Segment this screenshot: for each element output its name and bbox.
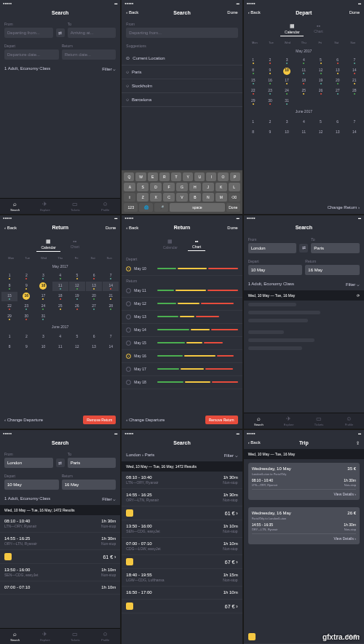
flight-result[interactable]: 07:00 - 07:101h 10m — [0, 581, 120, 595]
return-input[interactable]: Return date... — [62, 49, 116, 60]
calendar-day[interactable]: 13 — [86, 282, 102, 291]
calendar-day[interactable]: 3 — [35, 271, 51, 281]
suggestion-current-location[interactable]: ⊙Current Location — [122, 51, 242, 65]
calendar-day[interactable]: 12 — [69, 282, 85, 291]
depart-input[interactable]: 10 May — [4, 480, 59, 490]
view-details-button[interactable]: View Details › — [252, 533, 356, 541]
key-i[interactable]: I — [206, 172, 216, 181]
numbers-key[interactable]: 123 — [124, 203, 138, 212]
key-t[interactable]: T — [171, 172, 181, 181]
pax-label[interactable]: 1 Adult, Economy Class — [248, 282, 294, 287]
calendar-day[interactable]: 6 — [86, 332, 102, 341]
return-input[interactable]: 16 May — [62, 480, 116, 490]
suggestion-item[interactable]: ○Paris — [122, 65, 242, 79]
calendar-day[interactable]: 13 — [86, 342, 102, 351]
done-button[interactable]: Done — [338, 10, 360, 15]
calendar-day[interactable]: 21 — [103, 292, 119, 301]
key-h[interactable]: H — [189, 183, 201, 191]
back-button[interactable]: ‹ Back — [248, 10, 270, 15]
calendar-day[interactable]: 4 — [296, 56, 312, 65]
to-input[interactable]: Arriving at... — [68, 28, 116, 38]
tab-chart[interactable]: ▪▪Chart — [309, 22, 327, 36]
calendar-day[interactable]: 24 — [279, 87, 295, 96]
shift-key[interactable]: ⇧ — [124, 193, 135, 202]
calendar-day[interactable]: 10 — [279, 127, 295, 136]
change-departure-button[interactable]: ‹ Change Departure — [4, 418, 43, 422]
return-input[interactable]: 16 May — [305, 265, 360, 275]
calendar-day[interactable]: 1 — [1, 332, 17, 341]
calendar-day[interactable]: 8 — [1, 342, 17, 351]
calendar-day[interactable]: 5 — [69, 271, 85, 281]
depart-input[interactable]: 10 May — [248, 265, 303, 275]
calendar-day[interactable]: 1 — [1, 271, 17, 281]
calendar-day[interactable]: 16 — [18, 292, 34, 301]
price-chart-row[interactable]: May 13 — [122, 311, 242, 324]
calendar-day[interactable]: 6 — [86, 271, 102, 281]
calendar-day[interactable]: 17 — [279, 76, 295, 86]
calendar-day[interactable]: 31 — [35, 312, 51, 322]
filter-button[interactable]: Filter ⌵ — [102, 496, 116, 501]
calendar-day[interactable]: 27 — [86, 302, 102, 311]
key-o[interactable]: O — [218, 172, 228, 181]
price-chart-row[interactable]: May 18 — [122, 376, 242, 389]
calendar-day[interactable]: 4 — [296, 116, 312, 126]
tab-search[interactable]: ⌕Search — [244, 413, 274, 429]
flight-result[interactable]: 13:50 - 16:001h 10mSEN—CDG, easyJetNon-s… — [0, 564, 120, 581]
to-input[interactable]: Paris — [68, 458, 116, 468]
key-c[interactable]: C — [163, 193, 175, 202]
calendar-day[interactable]: 3 — [279, 116, 295, 126]
calendar-day[interactable]: 17 — [35, 292, 51, 301]
suggestion-item[interactable]: ○Stockholm — [122, 79, 242, 93]
price-chart-row[interactable]: May 14 — [122, 324, 242, 337]
calendar-day[interactable]: 13 — [330, 66, 346, 76]
calendar-day[interactable]: 5 — [69, 332, 85, 341]
back-button[interactable]: ‹ Back — [126, 10, 148, 15]
tab-profile[interactable]: ☺Profile — [334, 413, 364, 429]
calendar-day[interactable]: 2 — [18, 332, 34, 341]
pax-label[interactable]: 1 Adult, Economy Class — [4, 496, 50, 501]
backspace-key[interactable]: ⌫ — [229, 193, 240, 202]
calendar-day[interactable]: 11 — [52, 342, 68, 351]
depart-input[interactable]: Departure date... — [4, 49, 59, 60]
done-button[interactable]: Done — [216, 226, 238, 230]
calendar-day[interactable]: 11 — [296, 66, 312, 76]
key-w[interactable]: W — [135, 172, 146, 181]
flight-result[interactable]: 16:50 - 17:001h 10m — [122, 587, 242, 600]
calendar-day[interactable]: 9 — [18, 282, 34, 291]
calendar-day[interactable]: 3 — [35, 332, 51, 341]
calendar-day[interactable]: 30 — [262, 97, 278, 106]
calendar-day[interactable]: 14 — [103, 282, 119, 291]
calendar-day[interactable]: 30 — [18, 312, 34, 322]
key-k[interactable]: K — [215, 183, 227, 191]
calendar-day[interactable]: 22 — [1, 302, 17, 311]
done-button[interactable]: Done — [216, 10, 238, 15]
tab-search[interactable]: ⌕Search — [0, 199, 30, 214]
calendar-day[interactable]: 2 — [262, 116, 278, 126]
calendar-day[interactable]: 7 — [103, 271, 119, 281]
key-q[interactable]: Q — [124, 172, 134, 181]
price-chart-row[interactable]: May 16 — [122, 350, 242, 363]
calendar-day[interactable]: 13 — [330, 127, 346, 136]
key-r[interactable]: R — [159, 172, 170, 181]
back-button[interactable]: ‹ Back — [126, 226, 148, 230]
tab-chart[interactable]: ▪▪Chart — [66, 237, 84, 252]
key-v[interactable]: V — [176, 193, 188, 202]
key-a[interactable]: A — [124, 183, 135, 191]
calendar-day[interactable]: 19 — [69, 292, 85, 301]
mic-key[interactable]: 🎤 — [154, 203, 168, 212]
calendar-day[interactable]: 23 — [262, 87, 278, 96]
swap-button[interactable]: ⇄ — [299, 244, 308, 253]
calendar-day[interactable]: 8 — [245, 127, 261, 136]
price-row[interactable]: 67 € › — [122, 555, 242, 569]
price-row[interactable]: 67 € › — [122, 600, 242, 613]
calendar-day[interactable]: 7 — [347, 116, 363, 126]
tab-tickets[interactable]: ▭Tickets — [60, 629, 90, 644]
calendar-day[interactable]: 5 — [312, 56, 328, 65]
calendar-day[interactable]: 18 — [296, 76, 312, 86]
key-g[interactable]: G — [176, 183, 188, 191]
filter-button[interactable]: Filter ⌵ — [102, 66, 116, 71]
calendar-day[interactable]: 6 — [330, 56, 346, 65]
key-n[interactable]: N — [202, 193, 214, 202]
change-departure-button[interactable]: ‹ Change Departure — [126, 418, 165, 422]
calendar-day[interactable]: 25 — [52, 302, 68, 311]
